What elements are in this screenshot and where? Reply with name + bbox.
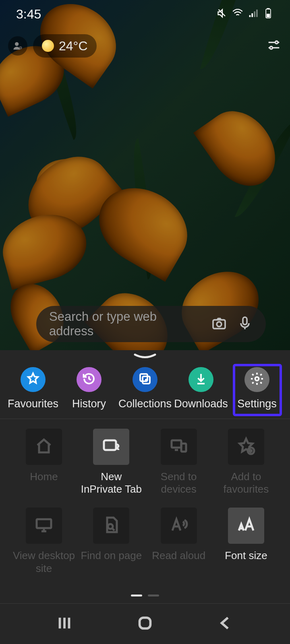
download-icon <box>194 372 208 388</box>
action-new-inprivate-tab-label: New InPrivate Tab <box>79 471 143 495</box>
camera-icon[interactable] <box>211 315 227 333</box>
menu-settings-label: Settings <box>237 398 277 410</box>
system-nav-bar <box>0 604 290 644</box>
customize-icon[interactable] <box>266 37 282 55</box>
action-add-to-favourites-label: Add to favourites <box>214 471 278 495</box>
svg-point-6 <box>275 41 278 44</box>
font-size-icon <box>236 515 256 536</box>
action-view-desktop-site-label: View desktop site <box>12 549 76 574</box>
svg-point-8 <box>270 46 273 49</box>
svg-rect-24 <box>140 618 151 629</box>
home-button[interactable] <box>136 614 154 634</box>
weather-temp: 24°C <box>59 39 88 54</box>
microphone-icon[interactable] <box>237 315 253 333</box>
svg-point-14 <box>255 377 259 381</box>
svg-rect-11 <box>243 317 247 324</box>
action-send-to-devices[interactable]: Send to devices <box>147 429 211 495</box>
action-font-size[interactable]: Font size <box>214 508 278 574</box>
action-home[interactable]: Home <box>12 429 76 495</box>
action-view-desktop-site[interactable]: View desktop site <box>12 508 76 574</box>
overflow-menu-sheet: Favourites History Collections Downloads… <box>0 350 290 644</box>
menu-collections[interactable]: Collections <box>118 367 172 410</box>
svg-point-10 <box>217 322 222 327</box>
profile-indicator[interactable] <box>8 36 27 56</box>
recent-apps-button[interactable] <box>55 614 74 634</box>
action-send-to-devices-label: Send to devices <box>147 471 211 495</box>
page-indicator[interactable] <box>0 594 290 597</box>
divider <box>0 419 290 419</box>
status-bar: 3:45 <box>0 0 290 28</box>
find-icon <box>102 515 121 536</box>
mute-icon <box>217 8 228 21</box>
svg-rect-2 <box>267 14 270 17</box>
svg-rect-16 <box>172 440 181 448</box>
sheet-handle[interactable] <box>133 353 157 362</box>
menu-settings[interactable]: Settings <box>230 367 284 410</box>
menu-downloads[interactable]: Downloads <box>174 367 228 410</box>
action-font-size-label: Font size <box>225 549 267 574</box>
star-plus-icon <box>236 436 256 457</box>
back-button[interactable] <box>216 614 235 634</box>
menu-history-label: History <box>72 398 106 410</box>
inprivate-icon <box>102 436 121 457</box>
action-find-on-page-label: Find on page <box>81 549 142 574</box>
menu-history[interactable]: History <box>62 367 116 410</box>
action-find-on-page[interactable]: Find on page <box>79 508 143 574</box>
page-dot-2 <box>148 594 159 597</box>
address-bar-placeholder: Search or type web address <box>49 310 201 339</box>
history-icon <box>82 372 96 388</box>
menu-favourites-label: Favourites <box>8 398 58 410</box>
home-icon <box>34 436 54 457</box>
status-clock: 3:45 <box>16 7 41 22</box>
svg-rect-19 <box>37 519 51 528</box>
gear-icon <box>250 372 264 388</box>
action-new-inprivate-tab[interactable]: New InPrivate Tab <box>79 429 143 495</box>
action-add-to-favourites[interactable]: Add to favourites <box>214 429 278 495</box>
sun-icon <box>42 40 54 52</box>
action-read-aloud-label: Read aloud <box>152 549 205 574</box>
desktop-icon <box>34 515 54 536</box>
page-dot-1 <box>131 594 142 597</box>
battery-icon <box>263 8 274 21</box>
action-home-label: Home <box>30 471 58 495</box>
wifi-icon <box>232 8 243 21</box>
address-bar[interactable]: Search or type web address <box>36 306 266 342</box>
menu-downloads-label: Downloads <box>174 398 228 410</box>
signal-icon <box>247 8 259 21</box>
svg-rect-15 <box>104 440 116 450</box>
star-icon <box>26 372 40 388</box>
menu-favourites[interactable]: Favourites <box>6 367 60 410</box>
svg-rect-1 <box>267 8 270 9</box>
weather-widget[interactable]: 24°C <box>33 34 97 58</box>
action-read-aloud[interactable]: Read aloud <box>147 508 211 574</box>
svg-rect-17 <box>181 444 186 452</box>
collections-icon <box>138 372 152 388</box>
menu-collections-label: Collections <box>118 398 172 410</box>
svg-point-3 <box>15 42 19 46</box>
read-aloud-icon <box>169 515 188 536</box>
devices-icon <box>169 436 188 457</box>
